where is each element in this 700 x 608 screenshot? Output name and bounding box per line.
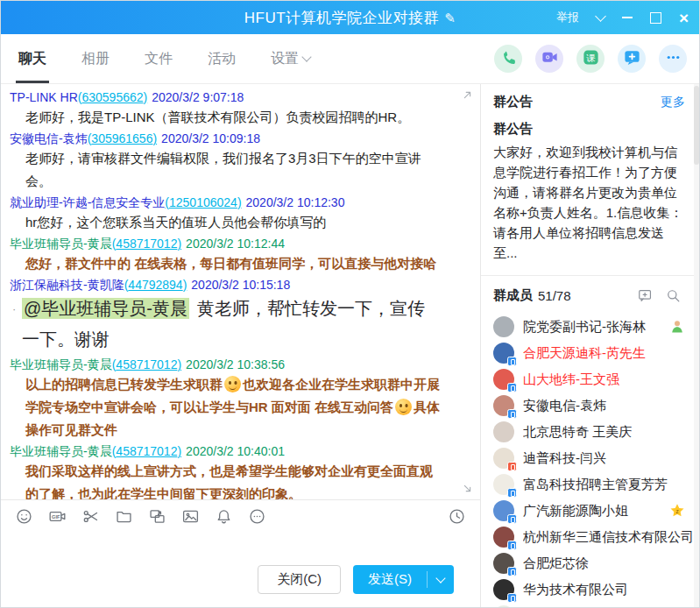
more-icon[interactable] — [248, 507, 266, 526]
video-call-button[interactable] — [535, 45, 563, 73]
close-chat-button[interactable]: 关闭(C) — [258, 565, 341, 594]
voice-call-button[interactable] — [494, 45, 522, 73]
gif-icon[interactable]: GIF — [48, 507, 67, 526]
member-row[interactable]: 合肥天源迪科-芮先生 — [493, 340, 694, 366]
mention-highlight[interactable]: @毕业班辅导员-黄晨 — [22, 298, 189, 319]
member-name: 安徽电信-袁炜 — [523, 398, 694, 414]
file-icon[interactable] — [115, 507, 133, 526]
member-avatar — [493, 316, 514, 337]
member-row[interactable]: 华讯网络 唐亚颖 — [493, 603, 694, 608]
message-body: 老师好，请审核群文件编辑权限，我们报名了3月3日下午的空中宣讲会。 — [10, 147, 442, 193]
tab-设置[interactable]: 设置 — [271, 34, 310, 83]
tab-聊天[interactable]: 聊天 — [18, 34, 46, 83]
screen-share-icon[interactable] — [148, 507, 166, 526]
chat-column: TP-LINK HR6305956622020/3/2 9:07:18老师好，我… — [1, 84, 481, 608]
send-options-caret[interactable] — [428, 577, 454, 582]
member-row[interactable]: 北京思特奇 王美庆 — [493, 419, 694, 445]
message-input[interactable] — [1, 532, 480, 559]
tab-文件[interactable]: 文件 — [145, 34, 173, 83]
main-area: TP-LINK HR6305956622020/3/2 9:07:18老师好，我… — [1, 84, 699, 608]
mobile-online-badge — [507, 593, 517, 603]
message-timestamp: 2020/3/2 10:09:18 — [161, 131, 260, 145]
scroll-bottom-icon[interactable] — [461, 482, 474, 495]
sender-uid-link[interactable]: 458717012 — [112, 357, 181, 371]
member-row[interactable]: 院党委副书记-张海林 — [493, 314, 694, 340]
maximize-button[interactable] — [650, 12, 661, 24]
tab-相册[interactable]: 相册 — [81, 34, 110, 83]
tab-label: 活动 — [208, 50, 236, 68]
member-row[interactable]: 杭州新华三通信技术有限公司 — [493, 524, 694, 550]
sender-uid-link[interactable]: 305961656 — [88, 131, 157, 145]
chevron-down-icon — [301, 52, 311, 61]
notify-icon[interactable] — [215, 507, 233, 526]
svg-text:课: 课 — [585, 52, 596, 62]
sender-name[interactable]: 就业助理-许越-信息安全专业 — [10, 195, 165, 209]
message-body: 我们采取这样的线上宣讲方式，也是希望学生能够对企业有更全面直观的了解，也为此在学… — [10, 460, 442, 499]
member-avatar — [493, 553, 514, 574]
sender-name[interactable]: 安徽电信-袁炜 — [10, 131, 88, 145]
announcement-more-link[interactable]: 更多 — [661, 95, 685, 110]
member-row[interactable]: 合肥炬芯徐 — [493, 550, 694, 576]
member-row[interactable]: 富岛科技招聘主管夏芳芳 — [493, 471, 694, 498]
send-button[interactable]: 发送(S) — [353, 565, 454, 594]
message-header: TP-LINK HR6305956622020/3/2 9:07:18 — [10, 89, 442, 106]
member-avatar — [493, 527, 514, 548]
class-button[interactable]: 课 — [576, 45, 605, 73]
message-body: 老师好，我是TP-LINK（普联技术有限公司）负责校园招聘的HR。 — [10, 106, 442, 129]
message-header: 毕业班辅导员-黄晨4587170122020/3/2 10:40:01 — [10, 443, 442, 460]
send-button-label[interactable]: 发送(S) — [353, 571, 427, 588]
member-list: 院党委副书记-张海林合肥天源迪科-芮先生山大地纬-王文强安徽电信-袁炜北京思特奇… — [493, 314, 694, 608]
titlebar: HFUT计算机学院企业对接群✎ 举报 × — [1, 1, 699, 34]
edit-title-icon[interactable]: ✎ — [444, 11, 456, 25]
message-body: hr您好，这个您联系当天的值班人员他会帮你填写的 — [10, 211, 442, 234]
star-icon: z — [669, 503, 685, 519]
invite-member-icon[interactable] — [637, 287, 654, 304]
message-text: 老师好，请审核群文件编辑权限，我们报名了3月3日下午的空中宣讲会。 — [25, 151, 421, 188]
report-button[interactable]: 举报 — [556, 10, 579, 25]
member-row[interactable]: 安徽电信-袁炜 — [493, 392, 694, 419]
screenshot-icon[interactable] — [81, 507, 100, 526]
message-header: 安徽电信-袁炜3059616562020/3/2 10:09:18 — [10, 131, 442, 147]
search-member-icon[interactable] — [665, 287, 682, 304]
share-plus-icon — [623, 48, 641, 70]
composer-footer: 关闭(C) 发送(S) — [1, 560, 480, 608]
member-name: 山大地纬-王文强 — [523, 371, 694, 388]
member-row[interactable]: 华为技术有限公司 — [493, 576, 694, 603]
message-body: 以上的招聘信息已转发学生求职群也欢迎各企业在学生求职群中开展学院专场空中宣讲会哈… — [10, 373, 442, 442]
mobile-online-badge — [507, 541, 517, 550]
message: 毕业班辅导员-黄晨4587170122020/3/2 10:12:44您好，群文… — [10, 236, 442, 275]
member-row[interactable]: 广汽新能源陶小姐z — [493, 498, 694, 524]
mobile-online-badge — [507, 514, 517, 524]
message: 毕业班辅导员-黄晨4587170122020/3/2 10:38:56以上的招聘… — [10, 357, 442, 442]
member-avatar — [493, 369, 514, 390]
message: TP-LINK HR6305956622020/3/2 9:07:18老师好，我… — [10, 89, 442, 129]
smile-emoji — [224, 376, 241, 392]
sender-name[interactable]: 浙江保融科技-黄凯隆 — [10, 278, 124, 292]
message-timestamp: 2020/3/2 10:15:18 — [191, 278, 290, 292]
member-row[interactable]: 山大地纬-王文强 — [493, 366, 694, 392]
scroll-top-icon[interactable] — [461, 88, 474, 102]
sender-uid-link[interactable]: 458717012 — [112, 237, 181, 251]
image-icon[interactable] — [181, 507, 200, 526]
minimize-button[interactable] — [622, 17, 633, 18]
sender-name[interactable]: 毕业班辅导员-黄晨 — [10, 357, 112, 371]
tab-活动[interactable]: 活动 — [208, 34, 236, 83]
share-plus-button[interactable] — [618, 45, 646, 73]
sender-name[interactable]: 毕业班辅导员-黄晨 — [10, 444, 112, 458]
sender-name[interactable]: 毕业班辅导员-黄晨 — [10, 237, 112, 251]
message-timestamp: 2020/3/2 10:12:44 — [186, 237, 285, 251]
panel-scrollbar[interactable] — [694, 84, 699, 608]
sender-name[interactable]: TP-LINK HR — [10, 90, 78, 104]
member-row[interactable]: 迪普科技-闫兴 — [493, 445, 694, 471]
sender-uid-link[interactable]: 1250106024 — [165, 195, 241, 209]
history-icon[interactable] — [448, 507, 466, 526]
chevron-down-icon[interactable] — [595, 11, 606, 22]
sender-uid-link[interactable]: 458717012 — [112, 444, 181, 458]
emoji-icon[interactable] — [15, 507, 33, 526]
sender-uid-link[interactable]: 630595662 — [78, 90, 147, 104]
close-button[interactable]: × — [679, 10, 689, 26]
sender-uid-link[interactable]: 44792894 — [124, 278, 187, 292]
more-actions-button[interactable] — [659, 45, 687, 73]
side-panel: 群公告 更多 群公告 大家好，欢迎到我校计算机与信息学院进行春招工作！为了方便沟… — [481, 84, 699, 608]
mobile-online-badge — [507, 357, 517, 366]
